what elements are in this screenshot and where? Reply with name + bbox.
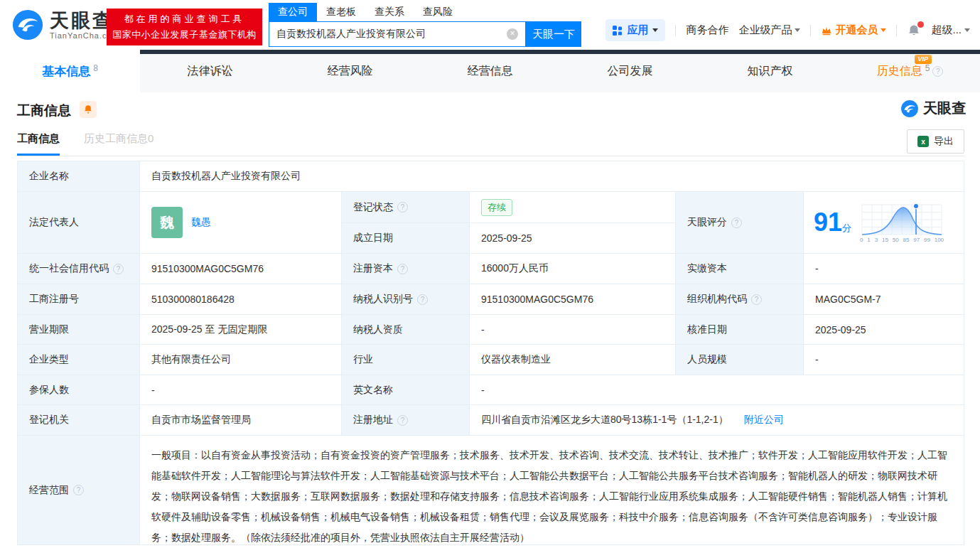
score-axis-ticks: 01 315 5085 9799 100: [860, 237, 944, 243]
value-insured-count: -: [140, 375, 342, 405]
search-tab-boss[interactable]: 查老板: [317, 3, 365, 21]
nav-enterprise-products[interactable]: 企业级产品: [738, 23, 800, 37]
label-staff-size: 人员规模: [676, 345, 804, 375]
search-input[interactable]: 自贡数投机器人产业投资有限公司 ×: [269, 21, 526, 47]
label-reg-capital: 注册资本?: [342, 254, 470, 284]
label-industry: 行业: [342, 345, 470, 375]
nav-cooperation[interactable]: 商务合作: [686, 23, 728, 37]
label-reg-status: 登记状态?: [342, 192, 470, 223]
slogan-line2: 国家中小企业发展子基金旗下机构: [112, 28, 257, 41]
header: 天眼查 TianYanCha.com 都在用的商业查询工具 国家中小企业发展子基…: [0, 0, 980, 50]
user-menu[interactable]: 超级...: [931, 23, 970, 37]
monitor-bell-icon[interactable]: [80, 101, 97, 118]
subtab-history-business-info[interactable]: 历史工商信息0: [84, 132, 154, 156]
page: 天眼查 TianYanCha.com 都在用的商业查询工具 国家中小企业发展子基…: [0, 0, 980, 548]
value-reg-capital: 16000万人民币: [470, 254, 676, 284]
tab-operation-risk[interactable]: 经营风险: [280, 50, 420, 92]
label-est-date: 成立日期: [342, 223, 470, 254]
value-english-name: -: [470, 375, 964, 405]
label-score: 天眼评分?: [676, 192, 804, 254]
help-icon[interactable]: ?: [932, 66, 943, 77]
search-tab-risk[interactable]: 查风险: [414, 3, 462, 21]
value-est-date: 2025-09-25: [470, 223, 676, 254]
value-reg-address: 四川省自贡市沿滩区龙乡大道80号13栋1-1号（1-1,2-1） 附近公司: [470, 405, 964, 436]
notification-dot: [917, 21, 924, 28]
value-reg-status: 存续: [470, 192, 676, 223]
export-button[interactable]: x 导出: [907, 129, 964, 154]
value-company-type: 其他有限责任公司: [140, 345, 342, 375]
label-company-type: 企业类型: [18, 345, 140, 375]
tab-company-development[interactable]: 公司发展: [560, 50, 700, 92]
label-paid-capital: 实缴资本: [676, 254, 804, 284]
legal-rep-link[interactable]: 魏愚: [191, 216, 211, 229]
chevron-down-icon: [652, 28, 658, 32]
label-biz-scope: 经营范围?: [18, 436, 140, 545]
apps-grid-icon: [613, 26, 623, 36]
value-legal-rep: 魏 魏愚: [140, 192, 342, 254]
crown-icon: [821, 25, 832, 36]
help-icon[interactable]: ?: [417, 294, 428, 305]
score-number: 91分: [814, 210, 851, 235]
help-icon[interactable]: ?: [397, 264, 408, 274]
apps-menu[interactable]: 应用: [605, 19, 665, 41]
tab-operation-info[interactable]: 经营信息: [420, 50, 560, 92]
help-icon[interactable]: ?: [731, 217, 742, 228]
label-english-name: 英文名称: [342, 375, 470, 405]
value-taxpayer-id: 91510300MAG0C5GM76: [470, 284, 676, 315]
value-uscc: 91510300MAG0C5GM76: [140, 254, 342, 284]
label-taxpayer-quality: 纳税人资质: [342, 315, 470, 345]
help-icon[interactable]: ?: [113, 264, 124, 274]
help-icon[interactable]: ?: [397, 202, 408, 213]
tianyancha-logo[interactable]: 天眼查 TianYanCha.com: [11, 9, 119, 41]
chevron-down-icon: [964, 28, 970, 32]
value-staff-size: -: [804, 345, 964, 375]
value-biz-scope: 一般项目：以自有资金从事投资活动；自有资金投资的资产管理服务；技术服务、技术开发…: [140, 436, 964, 545]
subtab-business-info[interactable]: 工商信息: [17, 132, 60, 156]
value-approval-date: 2025-09-25: [804, 315, 964, 345]
help-icon[interactable]: ?: [73, 485, 84, 495]
divider: [810, 25, 811, 36]
search-area: 查公司 查老板 查关系 查风险 自贡数投机器人产业投资有限公司 × 天眼一下: [269, 3, 581, 47]
value-company-name: 自贡数投机器人产业投资有限公司: [140, 161, 964, 192]
search-tab-relation[interactable]: 查关系: [365, 3, 414, 21]
value-reg-no: 510300080186428: [140, 284, 342, 315]
nearby-companies-link[interactable]: 附近公司: [744, 414, 784, 426]
search-tabs: 查公司 查老板 查关系 查风险: [269, 3, 581, 21]
label-biz-term: 营业期限: [18, 315, 140, 345]
notification-bell-icon[interactable]: [907, 23, 921, 38]
subtabs: 工商信息 历史工商信息0 x 导出: [17, 129, 964, 156]
tab-history-info[interactable]: VIP 历史信息5 ?: [840, 50, 980, 92]
value-taxpayer-quality: -: [470, 315, 676, 345]
section-header: 工商信息 天眼查: [0, 92, 980, 129]
status-badge: 存续: [481, 199, 512, 216]
label-org-code: 组织机构代码?: [676, 284, 804, 315]
nav-open-vip[interactable]: 开通会员: [821, 23, 886, 37]
divider: [896, 25, 897, 36]
label-legal-rep: 法定代表人: [18, 192, 140, 254]
watermark-text: 天眼查: [923, 99, 966, 118]
business-info-table: 企业名称 自贡数投机器人产业投资有限公司 法定代表人 魏 魏愚 登记状态? 存续…: [17, 161, 964, 545]
value-org-code: MAG0C5GM-7: [804, 284, 964, 315]
label-uscc: 统一社会信用代码?: [18, 254, 140, 284]
search-input-value: 自贡数投机器人产业投资有限公司: [276, 28, 507, 41]
help-icon[interactable]: ?: [751, 294, 762, 305]
search-tab-company[interactable]: 查公司: [269, 3, 317, 21]
search-row: 自贡数投机器人产业投资有限公司 × 天眼一下: [269, 21, 581, 47]
value-score: 91分: [804, 192, 964, 254]
help-icon[interactable]: ?: [397, 415, 408, 426]
legal-rep-avatar[interactable]: 魏: [151, 207, 183, 238]
clear-icon[interactable]: ×: [507, 28, 518, 40]
tab-legal-litigation[interactable]: 法律诉讼: [140, 50, 280, 92]
divider: [675, 25, 676, 36]
label-taxpayer-id: 纳税人识别号?: [342, 284, 470, 315]
page-tabbar: 基本信息8 法律诉讼 经营风险 经营信息 公司发展 知识产权 VIP 历史信息5…: [0, 50, 980, 92]
section-title: 工商信息: [17, 102, 71, 120]
label-approval-date: 核准日期: [676, 315, 804, 345]
slogan-line1: 都在用的商业查询工具: [124, 13, 245, 26]
top-nav: 应用 商务合作 企业级产品 开通会员: [605, 19, 970, 41]
chevron-down-icon: [795, 28, 800, 32]
search-button[interactable]: 天眼一下: [526, 21, 581, 47]
tab-intellectual-property[interactable]: 知识产权: [700, 50, 840, 92]
tab-basic-info[interactable]: 基本信息8: [0, 50, 140, 92]
value-paid-capital: -: [804, 254, 964, 284]
